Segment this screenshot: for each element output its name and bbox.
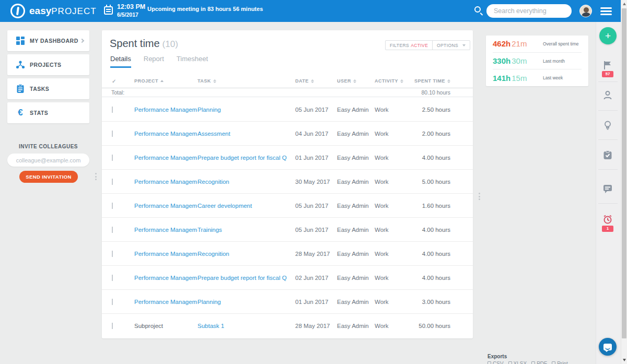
project-cell: Performance Management (134, 227, 198, 233)
task-link[interactable]: Recognition (198, 251, 229, 257)
search-icon[interactable] (474, 6, 481, 13)
task-link[interactable]: Career development (198, 203, 252, 209)
chat-icon[interactable] (602, 183, 613, 194)
project-cell: Performance Management (134, 107, 198, 113)
total-label: Total: (102, 89, 124, 96)
spent-time-cell: 1.60 hours (411, 203, 473, 209)
scroll-up-arrow[interactable] (623, 3, 626, 5)
row-checkbox[interactable] (112, 251, 113, 257)
project-link[interactable]: Performance Management (134, 179, 198, 185)
export-pdf-link[interactable]: PDF (531, 361, 547, 364)
project-link[interactable]: Performance Management (134, 131, 198, 137)
date-cell: 01 Jun 2017 (295, 299, 337, 305)
column-header-task[interactable]: TASK (198, 78, 295, 84)
column-header-spent-time[interactable]: SPENT TIME (411, 78, 473, 84)
task-link[interactable]: Planning (198, 107, 221, 113)
row-checkbox[interactable] (112, 275, 113, 281)
flag-badge[interactable]: 57 (602, 71, 613, 77)
project-link[interactable]: Performance Management (134, 275, 198, 281)
project-link[interactable]: Subproject (134, 323, 163, 329)
column-header-project[interactable]: PROJECT (134, 78, 198, 84)
task-link[interactable]: Assessment (198, 131, 230, 137)
scroll-down-arrow[interactable] (623, 359, 626, 361)
activity-cell: Work (375, 203, 411, 209)
add-button[interactable]: + (599, 27, 617, 44)
invite-email-field[interactable] (7, 154, 89, 167)
total-value: 80.10 hours (422, 89, 473, 96)
row-checkbox[interactable] (112, 299, 113, 305)
flag-icon[interactable] (602, 60, 613, 71)
clock-time: 12:03 PM (117, 3, 145, 10)
export-xlsx-link[interactable]: XLSX (508, 361, 527, 364)
row-checkbox[interactable] (112, 227, 113, 233)
task-link[interactable]: Recognition (198, 179, 229, 185)
user-icon[interactable] (602, 90, 613, 100)
task-link[interactable]: Planning (198, 299, 221, 305)
tab-details[interactable]: Details (110, 55, 131, 68)
date-cell: 02 Jun 2017 (295, 275, 337, 281)
export-label: Print (557, 361, 568, 364)
select-all-header[interactable]: ✓ (102, 78, 134, 84)
tab-timesheet[interactable]: Timesheet (177, 55, 208, 68)
page-title: Spent time(10) (110, 38, 178, 50)
spent-time-cell: 4.00 hours (411, 155, 473, 161)
logo-text: easyPROJECT (29, 5, 97, 17)
vertical-scrollbar[interactable] (621, 0, 627, 364)
column-header-user[interactable]: USER (337, 78, 375, 84)
sort-icon (213, 79, 216, 83)
project-link[interactable]: Performance Management (134, 251, 198, 257)
date-cell: 28 May 2017 (295, 323, 337, 329)
alarm-badge[interactable]: 1 (602, 226, 613, 232)
sidebar-item-tasks[interactable]: TASKS (7, 78, 89, 99)
spent-time-cell: 4.00 hours (411, 227, 473, 233)
clipboard-check-icon[interactable] (602, 150, 613, 160)
row-checkbox[interactable] (112, 203, 113, 209)
project-link[interactable]: Performance Management (134, 203, 198, 209)
menu-icon[interactable] (600, 7, 612, 15)
alarm-icon[interactable] (602, 214, 613, 225)
scrollbar-thumb[interactable] (622, 8, 626, 338)
stat-hours: 462h (493, 39, 510, 48)
send-invitation-button[interactable]: SEND INVITATION (19, 171, 78, 183)
project-link[interactable]: Performance Management (134, 107, 198, 113)
panel-drag-handle[interactable] (479, 193, 480, 200)
app-logo[interactable]: easyPROJECT (10, 4, 97, 18)
user-cell: Easy Admin (337, 107, 375, 113)
search-input[interactable] (486, 4, 572, 18)
sort-icon (311, 79, 314, 83)
date-cell: 01 Jun 2017 (295, 155, 337, 161)
row-checkbox[interactable] (112, 179, 113, 185)
project-cell: Performance Management (134, 275, 198, 281)
row-checkbox[interactable] (112, 107, 113, 113)
sidebar-item-projects[interactable]: PROJECTS (7, 54, 89, 75)
column-label: SPENT TIME (414, 78, 445, 84)
export-csv-link[interactable]: CSV (487, 361, 504, 364)
task-cell: Prepare budget report for fiscal Q (198, 275, 295, 281)
support-chat-button[interactable] (599, 338, 617, 356)
task-link[interactable]: Prepare budget report for fiscal Q (198, 155, 287, 161)
lightbulb-icon[interactable] (602, 120, 613, 131)
export-print-link[interactable]: Print (552, 361, 568, 364)
invite-drag-handle[interactable] (95, 173, 97, 180)
row-checkbox[interactable] (112, 131, 113, 137)
project-cell: Performance Management (134, 179, 198, 185)
project-link[interactable]: Performance Management (134, 299, 198, 305)
row-checkbox[interactable] (112, 155, 113, 161)
row-checkbox-cell (102, 323, 134, 329)
upcoming-meeting-notice[interactable]: Upcoming meeting in 83 hours 56 minutes (147, 6, 263, 12)
table-row: Subproject Subtask 1 28 May 2017 Easy Ad… (102, 314, 473, 338)
tab-report[interactable]: Report (144, 55, 164, 68)
column-header-date[interactable]: DATE (295, 78, 337, 84)
task-link[interactable]: Prepare budget report for fiscal Q (198, 275, 287, 281)
task-link[interactable]: Subtask 1 (198, 323, 224, 329)
options-button[interactable]: OPTIONS (432, 40, 470, 50)
sidebar-item-my-dashboard[interactable]: MY DASHBOARD (7, 30, 89, 51)
calendar-icon[interactable] (104, 6, 113, 15)
user-avatar[interactable] (579, 5, 592, 17)
project-link[interactable]: Performance Management (134, 227, 198, 233)
task-link[interactable]: Trainings (198, 227, 222, 233)
column-header-activity[interactable]: ACTIVITY (375, 78, 411, 84)
row-checkbox[interactable] (112, 323, 113, 329)
sidebar-item-stats[interactable]: € STATS (7, 102, 89, 123)
project-link[interactable]: Performance Management (134, 155, 198, 161)
